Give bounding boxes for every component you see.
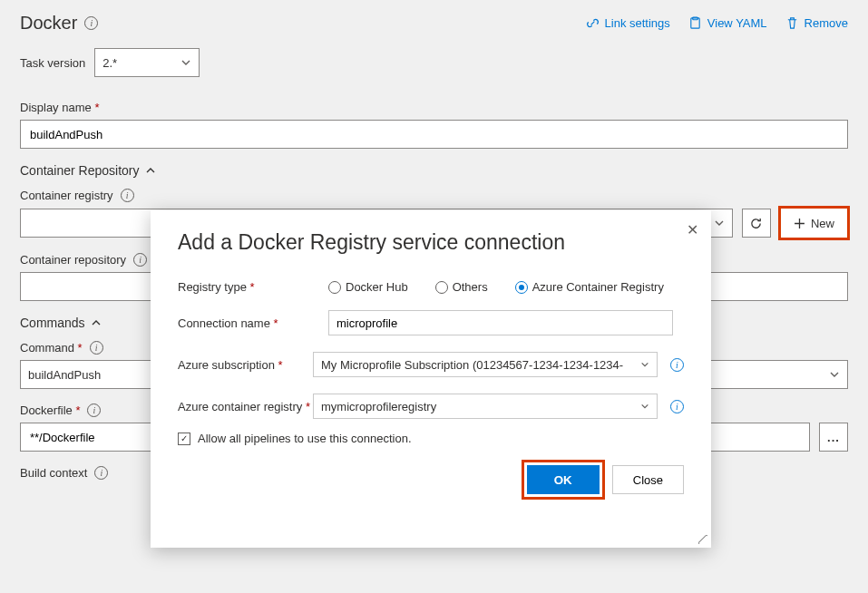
build-context-label: Build context [20, 466, 87, 480]
close-icon[interactable]: ✕ [687, 221, 698, 238]
link-settings-label: Link settings [605, 16, 670, 30]
info-icon[interactable]: i [90, 341, 103, 355]
display-name-label: Display name [20, 101, 848, 114]
commands-section-label: Commands [20, 316, 85, 330]
connection-name-input[interactable] [328, 310, 673, 335]
page-title: Docker i [20, 13, 98, 34]
resize-handle-icon [698, 535, 707, 544]
view-yaml-label: View YAML [707, 16, 767, 30]
info-icon[interactable]: i [121, 189, 134, 202]
registry-type-acr[interactable]: Azure Container Registry [515, 280, 664, 294]
link-settings-link[interactable]: Link settings [586, 16, 670, 30]
radio-icon [435, 281, 448, 294]
info-icon[interactable]: i [133, 253, 147, 267]
chevron-down-icon [180, 57, 191, 68]
chevron-up-icon [91, 317, 102, 328]
remove-label: Remove [805, 16, 848, 30]
azure-container-registry-select[interactable]: mymicroprofileregistry [313, 394, 658, 419]
command-label: Command [20, 341, 83, 355]
display-name-input[interactable] [20, 120, 848, 149]
azure-container-registry-label: Azure container registry [178, 400, 313, 413]
container-repository-section[interactable]: Container Repository [20, 163, 848, 178]
connection-name-label: Connection name [178, 316, 328, 330]
azure-subscription-select[interactable]: My Microprofile Subscription (01234567-1… [313, 352, 658, 377]
refresh-icon [749, 217, 763, 230]
registry-type-label: Registry type [178, 280, 328, 294]
close-button[interactable]: Close [612, 465, 684, 494]
page-title-text: Docker [20, 13, 77, 34]
modal-title: Add a Docker Registry service connection [178, 230, 684, 255]
radio-icon [328, 281, 341, 294]
info-icon[interactable]: i [670, 358, 684, 372]
info-icon[interactable]: i [87, 403, 101, 417]
chevron-down-icon [829, 369, 840, 380]
task-version-value: 2.* [102, 56, 117, 70]
view-yaml-link[interactable]: View YAML [688, 16, 767, 30]
registry-type-others[interactable]: Others [435, 280, 488, 294]
chevron-up-icon [145, 165, 156, 176]
dockerfile-label: Dockerfile [20, 403, 80, 417]
task-version-select[interactable]: 2.* [94, 48, 200, 77]
info-icon[interactable]: i [670, 400, 684, 413]
chevron-down-icon [714, 218, 725, 228]
radio-label: Azure Container Registry [532, 280, 664, 294]
new-button[interactable]: New [780, 208, 848, 238]
container-repository-label: Container repository [20, 253, 126, 267]
plus-icon [794, 218, 805, 229]
azure-container-registry-value: mymicroprofileregistry [321, 400, 436, 413]
add-registry-modal: ✕ Add a Docker Registry service connecti… [151, 210, 711, 548]
info-icon[interactable]: i [84, 16, 98, 30]
task-version-label: Task version [20, 56, 85, 70]
chevron-down-icon [640, 402, 649, 411]
command-value: buildAndPush [28, 368, 101, 382]
chevron-down-icon [640, 360, 649, 369]
container-repository-section-label: Container Repository [20, 163, 140, 178]
radio-label: Others [453, 280, 488, 294]
registry-type-docker-hub[interactable]: Docker Hub [328, 280, 408, 294]
refresh-button[interactable] [742, 209, 771, 238]
ok-button[interactable]: OK [527, 465, 600, 494]
info-icon[interactable]: i [94, 466, 108, 480]
link-icon [586, 16, 600, 30]
allow-all-label: Allow all pipelines to use this connecti… [198, 432, 412, 445]
remove-link[interactable]: Remove [785, 16, 848, 30]
trash-icon [785, 16, 799, 30]
allow-all-checkbox[interactable]: ✓ [178, 433, 190, 445]
radio-label: Docker Hub [346, 280, 408, 294]
clipboard-icon [688, 16, 702, 30]
azure-subscription-label: Azure subscription [178, 358, 313, 372]
azure-subscription-value: My Microprofile Subscription (01234567-1… [321, 358, 623, 372]
browse-button[interactable]: ... [819, 423, 848, 452]
new-button-label: New [811, 217, 834, 230]
container-registry-label: Container registry [20, 189, 113, 202]
radio-icon [515, 281, 528, 294]
